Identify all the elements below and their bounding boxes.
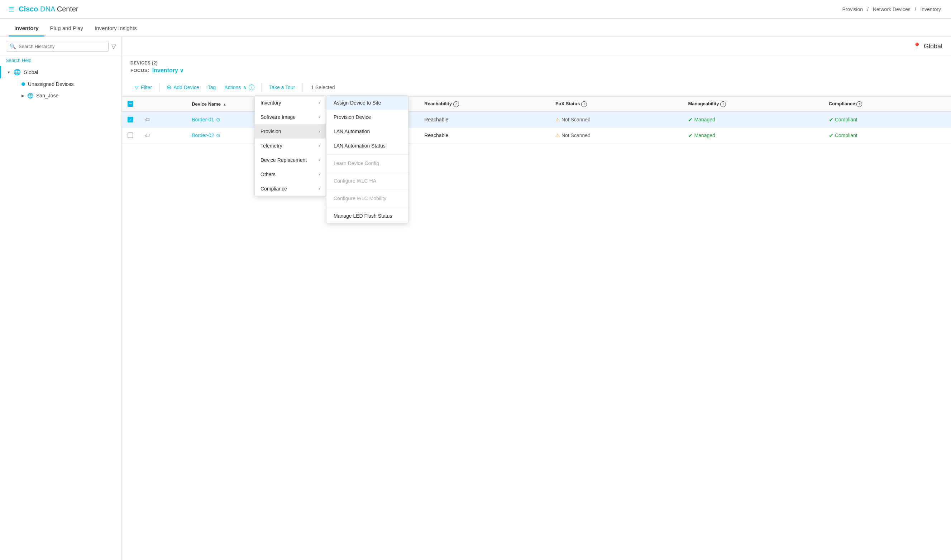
search-hierarchy-input[interactable] [18,44,105,49]
actions-button[interactable]: Actions ∧ i [220,82,259,92]
search-input-wrapper: 🔍 [6,41,109,52]
actions-menu-software-image[interactable]: Software Image › [255,110,326,124]
actions-menu-compliance[interactable]: Compliance › [255,182,326,196]
sidebar: 🔍 ▽ Search Help ▼ 🌐 Global Unassigned De… [0,37,122,560]
row-checkbox-border02[interactable] [128,132,133,138]
take-tour-button[interactable]: Take a Tour [265,82,299,92]
th-tag [139,97,186,112]
chevron-up-icon: ∧ [243,85,247,90]
submenu-provision-device[interactable]: Provision Device [327,110,408,124]
breadcrumb: Provision / Network Devices / Inventory [841,6,942,12]
submenu-divider [327,154,408,155]
td-eox-border02: ⚠ Not Scanned [550,128,683,143]
managed-check-icon: ✔ [688,116,693,123]
devices-table: Device Name ▲ IP Address Reachability i … [122,97,951,560]
expand-icon-san-jose: ▶ [22,94,25,98]
select-all-checkbox[interactable] [128,101,133,107]
td-checkbox-border02 [122,128,139,143]
chevron-down-icon: ∨ [180,67,184,74]
content-area: 📍 Global DEVICES (2) FOCUS: Inventory ∨ … [122,37,951,560]
submenu-configure-wlc-mobility: Configure WLC Mobility [327,191,408,206]
global-header: 📍 Global [122,37,951,56]
unassigned-dot-icon [22,82,25,86]
submenu-manage-led-flash[interactable]: Manage LED Flash Status [327,209,408,223]
toolbar: ▽ Filter ⊕ Add Device Tag Actions ∧ i Ta… [122,78,951,97]
warning-icon: ⚠ [555,132,560,138]
global-title: 📍 Global [913,42,942,50]
th-compliance: Compliance i [823,97,951,112]
eox-info-icon[interactable]: i [581,102,587,107]
td-manageability-border01: ✔ Managed [682,112,823,128]
tree-item-unassigned-devices[interactable]: Unassigned Devices [7,78,122,90]
chevron-right-icon: › [319,115,320,120]
search-icon: 🔍 [10,43,16,49]
tree-item-san-jose[interactable]: ▶ 🌐 San_Jose [7,90,122,102]
compliant-check-icon: ✔ [829,116,834,123]
actions-menu-telemetry[interactable]: Telemetry › [255,138,326,153]
submenu-lan-automation-status[interactable]: LAN Automation Status [327,138,408,153]
th-checkbox [122,97,139,112]
actions-info-icon: i [249,85,254,90]
actions-menu-inventory[interactable]: Inventory › [255,95,326,110]
actions-menu-others[interactable]: Others › [255,167,326,182]
expand-icon: ▼ [7,70,11,74]
th-reachability: Reachability i [419,97,550,112]
td-reachability-border02: Reachable [419,128,550,143]
focus-label: FOCUS: [130,68,150,73]
filter-icon[interactable]: ▽ [111,43,116,50]
tag-icon[interactable]: 🏷 [145,132,150,138]
submenu-learn-device-config: Learn Device Config [327,156,408,171]
th-manageability: Manageability i [682,97,823,112]
tag-icon[interactable]: 🏷 [145,117,150,123]
table-row: 🏷 Border-02 ⊙ Reachable [122,128,951,143]
chevron-right-icon: › [319,129,320,134]
tree-item-global[interactable]: ▼ 🌐 Global [0,66,122,78]
table-row: ✓ 🏷 Border-01 ⊙ [122,112,951,128]
add-device-button[interactable]: ⊕ Add Device [162,82,203,93]
chevron-right-icon: › [319,157,320,163]
submenu-divider-2 [327,172,408,172]
brand-logo: Cisco DNA Center [18,5,79,13]
row-checkbox-border01[interactable]: ✓ [128,117,133,123]
td-checkbox-border01: ✓ [122,112,139,128]
sort-icon: ▲ [223,102,227,106]
search-help-link[interactable]: Search Help [0,56,122,66]
tab-plug-and-play[interactable]: Plug and Play [45,20,89,37]
tree-label-san-jose: San_Jose [36,93,59,98]
main-layout: 🔍 ▽ Search Help ▼ 🌐 Global Unassigned De… [0,37,951,560]
submenu-lan-automation[interactable]: LAN Automation [327,124,408,138]
tab-inventory[interactable]: Inventory [9,20,45,37]
tree-label-unassigned: Unassigned Devices [28,81,74,87]
tab-inventory-insights[interactable]: Inventory Insights [89,20,143,37]
td-manageability-border02: ✔ Managed [682,128,823,143]
actions-menu-provision[interactable]: Provision › [255,124,326,138]
manageability-info-icon[interactable]: i [720,102,726,107]
filter-button[interactable]: ▽ Filter [130,82,156,92]
submenu-assign-device[interactable]: Assign Device to Site [327,95,408,110]
toolbar-divider-2 [262,83,262,92]
search-bar: 🔍 ▽ [0,37,122,56]
location-pin-icon: 📍 [913,42,921,50]
device-status-icon-border01: ⊙ [216,117,220,123]
actions-menu-device-replacement[interactable]: Device Replacement › [255,153,326,167]
hamburger-icon[interactable]: ☰ [9,5,14,13]
tag-button[interactable]: Tag [203,82,220,92]
chevron-right-icon: › [319,172,320,177]
toolbar-divider-1 [159,83,159,92]
device-status-icon-border02: ⊙ [216,132,220,138]
reachability-info-icon[interactable]: i [453,102,459,107]
plus-icon: ⊕ [166,84,171,91]
site-icon-san-jose: 🌐 [27,93,33,98]
submenu-configure-wlc-ha: Configure WLC HA [327,174,408,188]
td-reachability-border01: Reachable [419,112,550,128]
compliance-info-icon[interactable]: i [856,102,862,107]
td-compliance-border01: ✔ Compliant [823,112,951,128]
actions-dropdown: Inventory › Software Image › Provision ›… [254,95,326,196]
devices-header: DEVICES (2) FOCUS: Inventory ∨ [122,56,951,78]
hierarchy-tree: ▼ 🌐 Global Unassigned Devices ▶ 🌐 San_Jo… [0,66,122,102]
compliant-check-icon: ✔ [829,132,834,139]
top-navigation: ☰ Cisco DNA Center Provision / Network D… [0,0,951,18]
submenu-divider-4 [327,207,408,207]
focus-dropdown[interactable]: Inventory ∨ [152,67,184,74]
td-tag-border02: 🏷 [139,128,186,143]
